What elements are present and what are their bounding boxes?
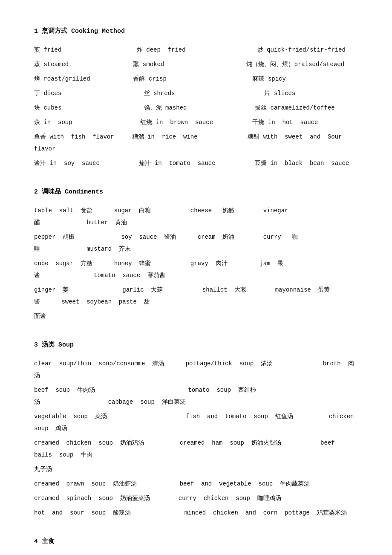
- condiment-line-1: table salt 食盐 sugar 白糖 cheese 奶酪 vinegar…: [34, 205, 358, 228]
- condiment-line-2: pepper 胡椒 soy sauce 酱油 cream 奶油 curry 咖哩…: [34, 231, 358, 255]
- section-soup: 3 汤类 Soup clear soup/thin soup/consomme …: [34, 339, 358, 519]
- section-soup-title: 3 汤类 Soup: [34, 339, 358, 351]
- line-6: 氽 in soup 红烧 in brown sauce 干烧 in hot sa…: [34, 116, 358, 128]
- line-8: 酱汁 in soy sauce 茄汁 in tomato sauce 豆瓣 in…: [34, 157, 358, 169]
- condiment-line-4: ginger 姜 garlic 大蒜 shallot 大葱 mayonnaise…: [34, 284, 358, 308]
- line-1: 煎 fried 炸 deep fried 炒 quick-fried/stir-…: [34, 44, 358, 56]
- condiment-line-3: cube sugar 方糖 honey 蜂蜜 gravy 肉汁 jam 果酱 t…: [34, 257, 358, 281]
- section-cooking-method: 1 烹调方式 Cooking Method 煎 fried 炸 deep fri…: [34, 26, 358, 169]
- section-staple-title: 4 主食: [34, 536, 358, 547]
- soup-line-4b: 丸子汤: [34, 463, 358, 475]
- section-staple: 4 主食 中餐主食 Chinese Food rice gruel/porrid…: [34, 536, 358, 555]
- line-2: 蒸 steamed 熏 smoked 炖（烧、闷、煨）braised/stewe…: [34, 58, 358, 70]
- soup-line-2: beef soup 牛肉汤 tomato soup 西红柿汤 cabbage s…: [34, 384, 358, 408]
- line-4: 丁 dices 丝 shreds 片 slices: [34, 87, 358, 99]
- page-content: 1 烹调方式 Cooking Method 煎 fried 炸 deep fri…: [34, 26, 358, 555]
- soup-line-7: hot and sour soup 酸辣汤 minced chicken and…: [34, 507, 358, 519]
- line-5: 块 cubes 馅、泥 mashed 拔丝 caramelized/toffee: [34, 102, 358, 114]
- line-3: 烤 roast/grilled 香酥 crisp 麻辣 spicy: [34, 73, 358, 85]
- soup-line-6: creamed spinach soup 奶油菠菜汤 curry chicken…: [34, 492, 358, 504]
- soup-line-5: creamed prawn soup 奶油虾汤 beef and vegetab…: [34, 478, 358, 490]
- section-cooking-method-title: 1 烹调方式 Cooking Method: [34, 26, 358, 37]
- condiment-line-5: 面酱: [34, 310, 358, 322]
- line-7: 鱼香 with fish flavor 糟溜 in rice wine 糖醋 w…: [34, 131, 358, 155]
- soup-line-3: vegetable soup 菜汤 fish and tomato soup 红…: [34, 410, 358, 434]
- section-condiments-title: 2 调味品 Condiments: [34, 186, 358, 198]
- section-condiments: 2 调味品 Condiments table salt 食盐 sugar 白糖 …: [34, 186, 358, 322]
- soup-line-4: creamed chicken soup 奶油鸡汤 creamed ham so…: [34, 437, 358, 461]
- soup-line-1: clear soup/thin soup/consomme 清汤 pottage…: [34, 358, 358, 382]
